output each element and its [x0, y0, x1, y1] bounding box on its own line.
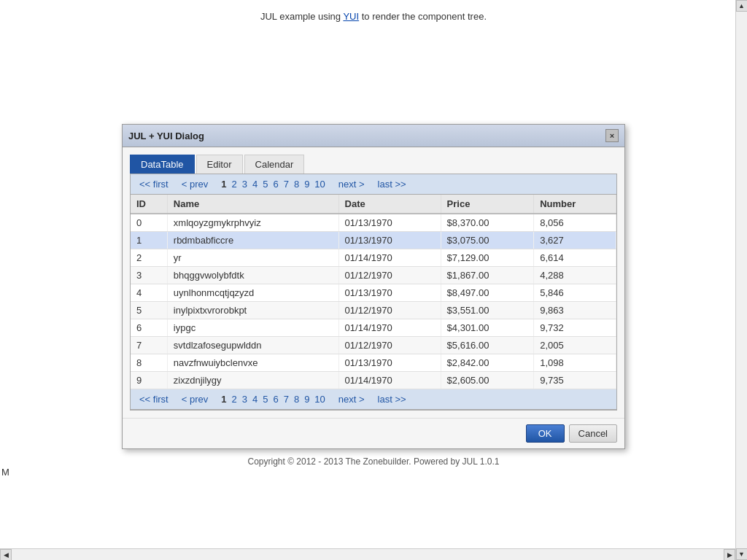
yui-link[interactable]: YUI: [343, 11, 359, 22]
cell-date: 01/13/1970: [338, 214, 441, 232]
table-row[interactable]: 7svtdlzafosegupwlddn01/12/1970$5,616.002…: [131, 337, 616, 354]
table-header-row: ID Name Date Price Number: [131, 195, 616, 214]
table-row[interactable]: 2yr01/14/1970$7,129.006,614: [131, 249, 616, 267]
table-row[interactable]: 8navzfnwuiybclenvxe01/13/1970$2,842.001,…: [131, 354, 616, 372]
page-link-6-bottom[interactable]: 6: [271, 394, 279, 405]
current-page-top: 1: [220, 179, 228, 190]
cell-name: yr: [167, 249, 338, 267]
page-link-10-bottom[interactable]: 10: [313, 394, 326, 405]
scroll-left-arrow[interactable]: ◀: [0, 549, 12, 561]
page-link-5-bottom[interactable]: 5: [261, 394, 269, 405]
page-link-7-top[interactable]: 7: [282, 179, 290, 190]
cell-date: 01/12/1970: [338, 337, 441, 354]
cell-id: 1: [131, 232, 167, 249]
col-header-name: Name: [167, 195, 338, 214]
cell-id: 8: [131, 354, 167, 372]
tab-editor[interactable]: Editor: [196, 155, 243, 174]
table-row[interactable]: 9zixzdnjilygy01/14/1970$2,605.009,735: [131, 372, 616, 389]
cell-number: 4,288: [534, 267, 616, 284]
first-link-bottom[interactable]: << first: [138, 394, 170, 405]
prev-link-bottom[interactable]: < prev: [180, 394, 210, 405]
scrollbar-bottom[interactable]: ◀ ▶: [0, 548, 735, 560]
current-page-bottom: 1: [220, 394, 228, 405]
scroll-right-arrow[interactable]: ▶: [724, 549, 735, 561]
page-link-7-bottom[interactable]: 7: [282, 394, 290, 405]
page-link-9-bottom[interactable]: 9: [303, 394, 311, 405]
cell-price: $2,842.00: [441, 354, 534, 372]
cell-number: 9,863: [534, 302, 616, 319]
scrollbar-right[interactable]: ▲ ▼: [735, 0, 747, 560]
cell-number: 9,732: [534, 319, 616, 337]
cell-name: xmlqoyzgmykrphvyiz: [167, 214, 338, 232]
footer-text: Copyright © 2012 - 2013 The Zonebuilder.…: [247, 456, 499, 467]
cell-price: $2,605.00: [441, 372, 534, 389]
next-link-top[interactable]: next >: [337, 179, 366, 190]
table-row[interactable]: 4uynlhonmcqtjqzyzd01/13/1970$8,497.005,8…: [131, 284, 616, 302]
tab-bar: DataTable Editor Calendar: [130, 155, 617, 174]
first-link-top[interactable]: << first: [138, 179, 170, 190]
header-suffix: to render the component tree.: [359, 11, 487, 22]
page-link-10-top[interactable]: 10: [313, 179, 326, 190]
cell-name: navzfnwuiybclenvxe: [167, 354, 338, 372]
prev-link-top[interactable]: < prev: [180, 179, 210, 190]
page-link-4-bottom[interactable]: 4: [251, 394, 259, 405]
cell-name: rbdmbabficcre: [167, 232, 338, 249]
page-link-4-top[interactable]: 4: [251, 179, 259, 190]
table-row[interactable]: 1rbdmbabficcre01/13/1970$3,075.003,627: [131, 232, 616, 249]
cell-date: 01/13/1970: [338, 232, 441, 249]
dialog-footer: OK Cancel: [123, 418, 624, 448]
cell-number: 9,735: [534, 372, 616, 389]
cell-id: 4: [131, 284, 167, 302]
data-table: ID Name Date Price Number 0xmlqoyzgmykrp…: [131, 195, 616, 389]
table-container: << first < prev 1 2 3 4 5 6 7 8 9 10 nex…: [130, 174, 617, 411]
table-row[interactable]: 6iypgc01/14/1970$4,301.009,732: [131, 319, 616, 337]
cell-id: 9: [131, 372, 167, 389]
tab-calendar[interactable]: Calendar: [244, 155, 305, 174]
cell-date: 01/13/1970: [338, 354, 441, 372]
page-link-8-top[interactable]: 8: [293, 179, 301, 190]
page-link-6-top[interactable]: 6: [271, 179, 279, 190]
dialog-titlebar: JUL + YUI Dialog ×: [123, 125, 624, 147]
scroll-track-bottom: [12, 549, 724, 560]
page-link-3-top[interactable]: 3: [241, 179, 249, 190]
ok-button[interactable]: OK: [526, 424, 565, 443]
last-link-bottom[interactable]: last >>: [376, 394, 408, 405]
table-row[interactable]: 5inylpixtxvrorobkpt01/12/1970$3,551.009,…: [131, 302, 616, 319]
cell-id: 7: [131, 337, 167, 354]
cell-id: 2: [131, 249, 167, 267]
cell-price: $8,497.00: [441, 284, 534, 302]
col-header-date: Date: [338, 195, 441, 214]
tab-datatable[interactable]: DataTable: [130, 155, 195, 174]
header-text: JUL example using: [260, 11, 343, 22]
next-link-bottom[interactable]: next >: [337, 394, 366, 405]
table-row[interactable]: 0xmlqoyzgmykrphvyiz01/13/1970$8,370.008,…: [131, 214, 616, 232]
cell-date: 01/14/1970: [338, 372, 441, 389]
page-link-9-top[interactable]: 9: [303, 179, 311, 190]
dialog-title: JUL + YUI Dialog: [128, 131, 204, 141]
page-link-2-top[interactable]: 2: [230, 179, 238, 190]
cell-id: 5: [131, 302, 167, 319]
cell-name: zixzdnjilygy: [167, 372, 338, 389]
cell-name: uynlhonmcqtjqzyzd: [167, 284, 338, 302]
scroll-down-arrow[interactable]: ▼: [736, 548, 748, 560]
scroll-up-arrow[interactable]: ▲: [736, 0, 748, 12]
page-link-3-bottom[interactable]: 3: [241, 394, 249, 405]
table-row[interactable]: 3bhqggvwolybfdtk01/12/1970$1,867.004,288: [131, 267, 616, 284]
cell-price: $4,301.00: [441, 319, 534, 337]
page-link-8-bottom[interactable]: 8: [293, 394, 301, 405]
cell-date: 01/12/1970: [338, 267, 441, 284]
cell-name: inylpixtxvrorobkpt: [167, 302, 338, 319]
scroll-track-right: [736, 12, 747, 548]
cell-name: bhqggvwolybfdtk: [167, 267, 338, 284]
page-link-2-bottom[interactable]: 2: [230, 394, 238, 405]
last-link-top[interactable]: last >>: [376, 179, 408, 190]
pagination-top: << first < prev 1 2 3 4 5 6 7 8 9 10 nex…: [131, 174, 616, 195]
dialog-close-button[interactable]: ×: [605, 129, 619, 142]
cell-number: 2,005: [534, 337, 616, 354]
page-link-5-top[interactable]: 5: [261, 179, 269, 190]
cell-date: 01/13/1970: [338, 284, 441, 302]
cancel-button[interactable]: Cancel: [569, 424, 617, 443]
page-footer: Copyright © 2012 - 2013 The Zonebuilder.…: [0, 449, 747, 474]
cell-name: iypgc: [167, 319, 338, 337]
cell-price: $3,075.00: [441, 232, 534, 249]
